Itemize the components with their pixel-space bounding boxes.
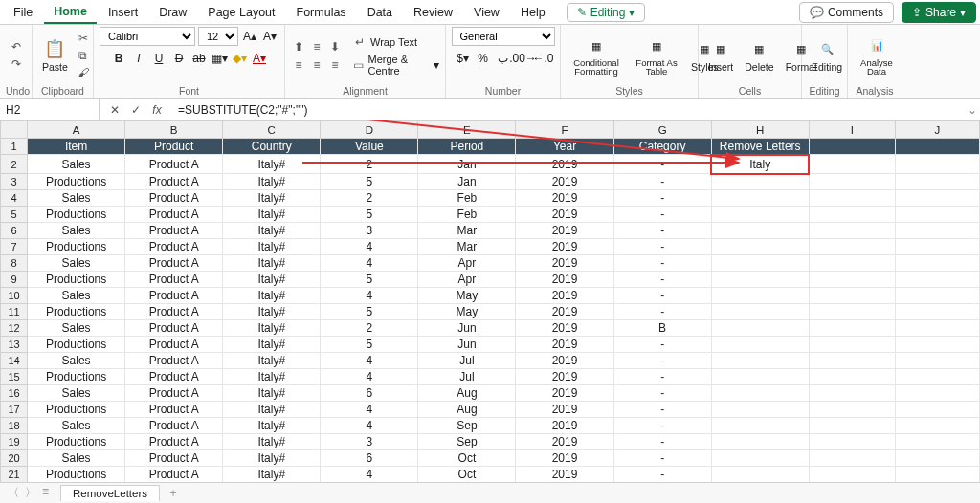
cell[interactable]: 2019 xyxy=(516,402,613,418)
font-name-select[interactable]: Calibri xyxy=(100,27,195,46)
decrease-font-icon[interactable]: A▾ xyxy=(261,28,278,45)
cell[interactable]: Oct xyxy=(418,450,516,467)
row-header[interactable]: 18 xyxy=(1,418,28,434)
row-header[interactable]: 5 xyxy=(1,207,28,223)
row-header[interactable]: 11 xyxy=(1,304,28,320)
row-header[interactable]: 14 xyxy=(1,353,28,369)
name-box[interactable]: H2 xyxy=(0,99,100,120)
cell[interactable]: 2019 xyxy=(516,434,613,450)
cell[interactable]: 2 xyxy=(321,190,418,207)
cell[interactable]: Period xyxy=(418,139,516,155)
cell[interactable]: 4 xyxy=(321,418,418,434)
cell[interactable]: 5 xyxy=(321,272,418,288)
cell[interactable]: - xyxy=(613,288,711,304)
cell[interactable]: - xyxy=(613,239,711,255)
cell[interactable]: Productions xyxy=(28,467,125,483)
cell[interactable]: Italy# xyxy=(223,288,321,304)
editing-button[interactable]: 🔍Editing xyxy=(808,36,846,75)
increase-font-icon[interactable]: A▴ xyxy=(241,28,258,45)
cell[interactable]: Italy# xyxy=(223,353,321,369)
cell[interactable]: 2019 xyxy=(516,155,613,174)
cell[interactable]: Item xyxy=(28,139,125,155)
cell[interactable]: Sep xyxy=(418,434,516,450)
cell[interactable]: 5 xyxy=(321,207,418,223)
fx-icon[interactable]: fx xyxy=(149,102,165,118)
cell[interactable]: Product A xyxy=(125,155,223,174)
cell[interactable]: Italy# xyxy=(223,190,321,207)
tab-review[interactable]: Review xyxy=(404,2,462,23)
row-header[interactable]: 10 xyxy=(1,288,28,304)
cell[interactable] xyxy=(809,304,895,320)
cell[interactable]: Productions xyxy=(28,369,125,385)
align-right-icon[interactable]: ≡ xyxy=(327,57,343,73)
cell[interactable]: Sales xyxy=(28,255,125,272)
cell[interactable]: Year xyxy=(516,139,613,155)
cell[interactable]: Italy# xyxy=(223,402,321,418)
cell[interactable]: Jun xyxy=(418,337,516,353)
editing-mode-button[interactable]: ✎ Editing ▾ xyxy=(567,3,646,22)
cell[interactable]: Product A xyxy=(125,288,223,304)
cell[interactable]: 4 xyxy=(321,369,418,385)
cell[interactable]: 4 xyxy=(321,288,418,304)
cell[interactable]: - xyxy=(613,190,711,207)
cell[interactable]: Productions xyxy=(28,174,125,190)
cell[interactable] xyxy=(809,207,895,223)
cell[interactable] xyxy=(895,467,979,483)
row-header[interactable]: 19 xyxy=(1,434,28,450)
cell[interactable]: Mar xyxy=(418,239,516,255)
cell[interactable]: 5 xyxy=(321,304,418,320)
cell[interactable]: Italy# xyxy=(223,320,321,337)
row-header[interactable]: 2 xyxy=(1,155,28,174)
cell[interactable]: 2019 xyxy=(516,190,613,207)
row-header[interactable]: 4 xyxy=(1,190,28,207)
cell[interactable]: 4 xyxy=(321,239,418,255)
cell[interactable]: - xyxy=(613,223,711,239)
cell[interactable]: Product A xyxy=(125,190,223,207)
cell[interactable]: 2019 xyxy=(516,369,613,385)
redo-icon[interactable]: ↷ xyxy=(9,56,24,72)
cell[interactable]: 4 xyxy=(321,255,418,272)
cell[interactable] xyxy=(809,450,895,467)
row-header[interactable]: 20 xyxy=(1,450,28,467)
merge-centre-button[interactable]: ▭ Merge & Centre ▾ xyxy=(352,54,439,77)
tab-insert[interactable]: Insert xyxy=(99,2,147,23)
cell[interactable]: Product A xyxy=(125,402,223,418)
cell[interactable] xyxy=(711,288,809,304)
cell[interactable]: Category xyxy=(613,139,711,155)
cell[interactable] xyxy=(809,223,895,239)
currency-button[interactable]: $▾ xyxy=(455,50,472,67)
cell[interactable]: Apr xyxy=(418,255,516,272)
cell[interactable]: Sales xyxy=(28,450,125,467)
cell[interactable]: Italy# xyxy=(223,434,321,450)
font-color-button[interactable]: A▾ xyxy=(251,50,268,67)
cell[interactable] xyxy=(809,174,895,190)
cell[interactable]: 5 xyxy=(321,337,418,353)
cell[interactable]: B xyxy=(613,320,711,337)
cell[interactable]: Apr xyxy=(418,272,516,288)
row-header[interactable]: 13 xyxy=(1,337,28,353)
cell[interactable]: Product A xyxy=(125,418,223,434)
cell[interactable]: Productions xyxy=(28,434,125,450)
cell[interactable] xyxy=(711,450,809,467)
cell[interactable] xyxy=(711,207,809,223)
wrap-text-button[interactable]: ↵ Wrap Text xyxy=(352,34,439,50)
cell[interactable] xyxy=(809,190,895,207)
cell[interactable] xyxy=(895,418,979,434)
cell[interactable] xyxy=(895,450,979,467)
cell[interactable]: Feb xyxy=(418,207,516,223)
cell[interactable]: - xyxy=(613,337,711,353)
cell[interactable]: Productions xyxy=(28,402,125,418)
cell[interactable]: - xyxy=(613,304,711,320)
tab-draw[interactable]: Draw xyxy=(149,2,196,23)
cell[interactable]: 2019 xyxy=(516,450,613,467)
cell[interactable] xyxy=(809,320,895,337)
comments-button[interactable]: 💬 Comments xyxy=(799,2,894,23)
cell[interactable] xyxy=(895,304,979,320)
cell[interactable]: - xyxy=(613,155,711,174)
format-painter-icon[interactable]: 🖌 xyxy=(76,65,91,80)
tab-data[interactable]: Data xyxy=(358,2,402,23)
cancel-formula-icon[interactable]: ✕ xyxy=(107,102,122,118)
cell[interactable]: Product A xyxy=(125,174,223,190)
cell[interactable]: Italy# xyxy=(223,385,321,402)
expand-formula-icon[interactable]: ⌄ xyxy=(965,103,980,117)
